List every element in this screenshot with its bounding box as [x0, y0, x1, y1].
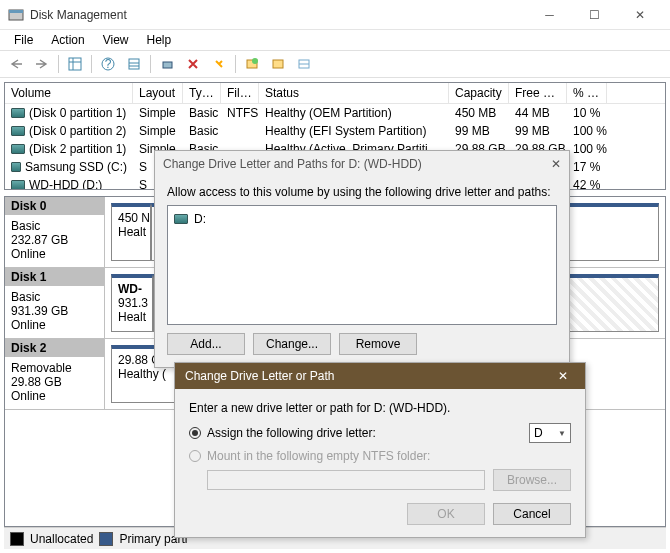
- disk-size: 931.39 GB: [11, 304, 98, 318]
- partition[interactable]: 450 NHealt: [111, 203, 151, 261]
- paths-listbox[interactable]: D:: [167, 205, 557, 325]
- drive-letter-value: D: [534, 426, 543, 440]
- forward-button[interactable]: [30, 53, 54, 75]
- menu-file[interactable]: File: [6, 31, 41, 49]
- separator: [58, 55, 59, 73]
- cancel-button[interactable]: Cancel: [493, 503, 571, 525]
- maximize-button[interactable]: ☐: [572, 0, 617, 30]
- disk-state: Online: [11, 247, 98, 261]
- dialog2-instruction: Enter a new drive letter or path for D: …: [189, 401, 571, 415]
- volume-icon: [11, 144, 25, 154]
- dialog1-close-icon[interactable]: ✕: [551, 157, 561, 171]
- ok-button: OK: [407, 503, 485, 525]
- browse-button: Browse...: [493, 469, 571, 491]
- list-item[interactable]: D:: [172, 210, 552, 228]
- col-free[interactable]: Free Sp...: [509, 83, 567, 103]
- drive-letter-select[interactable]: D ▼: [529, 423, 571, 443]
- swatch-primary: [99, 532, 113, 546]
- minimize-button[interactable]: ─: [527, 0, 572, 30]
- close-button[interactable]: ✕: [617, 0, 662, 30]
- volume-icon: [11, 180, 25, 190]
- svg-point-12: [252, 58, 258, 64]
- menubar: File Action View Help: [0, 30, 670, 50]
- toolbar: ?: [0, 50, 670, 78]
- disk-size: 29.88 GB: [11, 375, 98, 389]
- drive-icon: [174, 214, 188, 224]
- col-status[interactable]: Status: [259, 83, 449, 103]
- settings-button[interactable]: [122, 53, 146, 75]
- menu-action[interactable]: Action: [43, 31, 92, 49]
- folder-path-input: [207, 470, 485, 490]
- dialog2-title: Change Drive Letter or Path: [185, 369, 334, 383]
- list-item-label: D:: [194, 212, 206, 226]
- volume-icon: [11, 108, 25, 118]
- action3-button[interactable]: [292, 53, 316, 75]
- col-pct[interactable]: % F...: [567, 83, 607, 103]
- svg-rect-7: [129, 59, 139, 69]
- menu-help[interactable]: Help: [139, 31, 180, 49]
- menu-view[interactable]: View: [95, 31, 137, 49]
- dialog1-title: Change Drive Letter and Paths for D: (WD…: [163, 157, 422, 171]
- svg-text:?: ?: [105, 57, 112, 71]
- change-button[interactable]: Change...: [253, 333, 331, 355]
- radio-assign-label: Assign the following drive letter:: [207, 426, 376, 440]
- change-letter-dialog: Change Drive Letter or Path ✕ Enter a ne…: [174, 362, 586, 538]
- dialog1-instruction: Allow access to this volume by using the…: [167, 185, 557, 199]
- app-icon: [8, 7, 24, 23]
- change-letter-paths-dialog: Change Drive Letter and Paths for D: (WD…: [154, 150, 570, 368]
- separator: [150, 55, 151, 73]
- chevron-down-icon: ▼: [558, 429, 566, 438]
- svg-rect-1: [9, 10, 23, 13]
- remove-button[interactable]: Remove: [339, 333, 417, 355]
- table-header[interactable]: Volume Layout Type File... Status Capaci…: [5, 83, 665, 104]
- views-button[interactable]: [63, 53, 87, 75]
- action2-button[interactable]: [266, 53, 290, 75]
- help-button[interactable]: ?: [96, 53, 120, 75]
- disk-name: Disk 2: [5, 339, 104, 357]
- col-fs[interactable]: File...: [221, 83, 259, 103]
- delete-button[interactable]: [181, 53, 205, 75]
- volume-icon: [11, 162, 21, 172]
- refresh-button[interactable]: [155, 53, 179, 75]
- col-volume[interactable]: Volume: [5, 83, 133, 103]
- back-button[interactable]: [4, 53, 28, 75]
- separator: [235, 55, 236, 73]
- radio-assign-letter[interactable]: [189, 427, 201, 439]
- disk-size: 232.87 GB: [11, 233, 98, 247]
- separator: [91, 55, 92, 73]
- radio-mount-folder[interactable]: [189, 450, 201, 462]
- col-capacity[interactable]: Capacity: [449, 83, 509, 103]
- disk-type: Basic: [11, 290, 98, 304]
- svg-rect-13: [273, 60, 283, 68]
- titlebar: Disk Management ─ ☐ ✕: [0, 0, 670, 30]
- disk-state: Online: [11, 318, 98, 332]
- table-row[interactable]: (Disk 0 partition 1)SimpleBasicNTFSHealt…: [5, 104, 665, 122]
- disk-type: Basic: [11, 219, 98, 233]
- action1-button[interactable]: [240, 53, 264, 75]
- disk-name: Disk 1: [5, 268, 104, 286]
- disk-state: Online: [11, 389, 98, 403]
- legend-unallocated: Unallocated: [30, 532, 93, 546]
- partition[interactable]: WD-931.3Healt: [111, 274, 153, 332]
- disk-type: Removable: [11, 361, 98, 375]
- radio-mount-label: Mount in the following empty NTFS folder…: [207, 449, 430, 463]
- window-title: Disk Management: [30, 8, 527, 22]
- dialog2-close-icon[interactable]: ✕: [551, 369, 575, 383]
- add-button[interactable]: Add...: [167, 333, 245, 355]
- volume-icon: [11, 126, 25, 136]
- col-layout[interactable]: Layout: [133, 83, 183, 103]
- col-type[interactable]: Type: [183, 83, 221, 103]
- table-row[interactable]: (Disk 0 partition 2)SimpleBasicHealthy (…: [5, 122, 665, 140]
- disk-name: Disk 0: [5, 197, 104, 215]
- swatch-unallocated: [10, 532, 24, 546]
- svg-rect-10: [163, 62, 172, 68]
- properties-button[interactable]: [207, 53, 231, 75]
- svg-rect-2: [69, 58, 81, 70]
